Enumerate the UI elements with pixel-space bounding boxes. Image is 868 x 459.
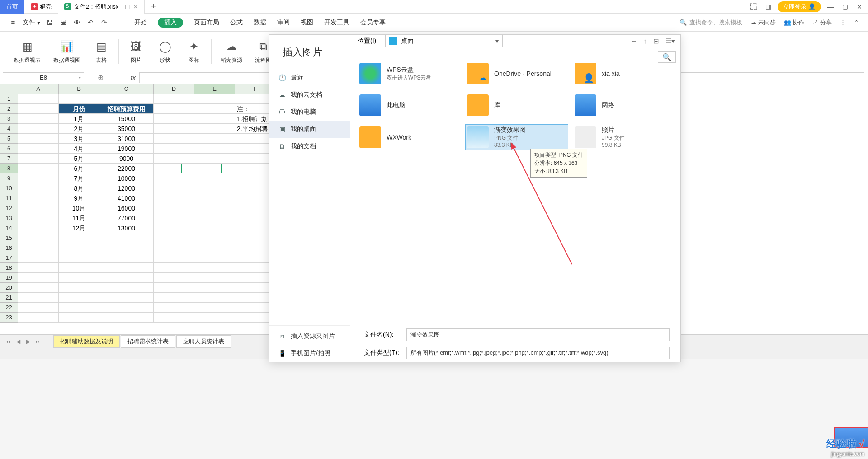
cell[interactable]	[18, 164, 59, 173]
cell[interactable]	[194, 203, 235, 213]
menu-review[interactable]: 审阅	[277, 19, 290, 27]
cell[interactable]	[194, 233, 235, 243]
col-header[interactable]: A	[18, 84, 59, 94]
row-header[interactable]: 16	[0, 243, 18, 253]
cell[interactable]	[59, 243, 99, 253]
menu-icon[interactable]: ≡	[9, 19, 17, 27]
file-this-pc[interactable]: 此电脑	[358, 93, 461, 118]
cell[interactable]	[18, 144, 59, 154]
row-header[interactable]: 21	[0, 293, 18, 303]
cell[interactable]	[154, 183, 194, 193]
cell[interactable]	[194, 313, 235, 323]
file-wps-cloud[interactable]: WPS云盘双击进入WPS云盘	[358, 61, 461, 86]
cell[interactable]: 9月	[59, 193, 99, 203]
row-header[interactable]: 10	[0, 183, 18, 193]
cell[interactable]	[154, 233, 194, 243]
cell[interactable]	[154, 313, 194, 323]
cell[interactable]	[59, 233, 99, 243]
sidebar-desktop[interactable]: ▣我的桌面	[269, 121, 350, 138]
cell[interactable]	[99, 313, 154, 323]
cell[interactable]: 1月	[59, 114, 99, 124]
cell[interactable]	[194, 213, 235, 223]
cell[interactable]: 4月	[59, 144, 99, 154]
tab-new[interactable]: +	[145, 2, 162, 11]
cell[interactable]: 7月	[59, 173, 99, 183]
cell[interactable]	[154, 193, 194, 203]
view-icon[interactable]: ☰▾	[665, 37, 675, 45]
cell[interactable]	[194, 193, 235, 203]
cell[interactable]	[18, 154, 59, 164]
filetype-input[interactable]	[406, 347, 670, 359]
cell[interactable]	[194, 104, 235, 114]
row-header[interactable]: 23	[0, 313, 18, 323]
row-header[interactable]: 17	[0, 253, 18, 263]
col-header[interactable]: E	[194, 84, 235, 94]
zoom-icon[interactable]: ⊕	[98, 73, 104, 82]
sheet-nav-first[interactable]: ⏮	[4, 338, 13, 345]
cell[interactable]	[194, 114, 235, 124]
file-xiaxia[interactable]: 👤 xia xia	[573, 61, 676, 86]
cell[interactable]	[194, 183, 235, 193]
sheet-nav-last[interactable]: ⏭	[33, 338, 42, 345]
more-icon[interactable]: ⋮	[840, 19, 846, 26]
sheet-tab-3[interactable]: 应聘人员统计表	[176, 335, 231, 348]
row-header[interactable]: 6	[0, 144, 18, 154]
menu-view[interactable]: 视图	[301, 19, 313, 27]
cell[interactable]: 8月	[59, 183, 99, 193]
cell[interactable]	[18, 124, 59, 134]
row-header[interactable]: 1	[0, 94, 18, 104]
cell[interactable]	[154, 243, 194, 253]
cell[interactable]: 9000	[99, 154, 154, 164]
cell[interactable]	[194, 154, 235, 164]
pivot-table-button[interactable]: ▦数据透视表	[7, 38, 47, 64]
cell[interactable]	[18, 213, 59, 223]
cell[interactable]	[194, 293, 235, 303]
menu-dev[interactable]: 开发工具	[324, 19, 349, 27]
collab-button[interactable]: 👥 协作	[784, 19, 805, 27]
cell[interactable]	[194, 94, 235, 104]
cell[interactable]	[154, 134, 194, 144]
cell[interactable]	[18, 283, 59, 293]
sheet-tab-1[interactable]: 招聘辅助数据及说明	[53, 335, 120, 348]
file-wxwork[interactable]: WXWork	[358, 124, 461, 150]
sheet-tab-2[interactable]: 招聘需求统计表	[121, 335, 175, 348]
cell[interactable]	[99, 94, 154, 104]
row-header[interactable]: 11	[0, 193, 18, 203]
cell[interactable]: 6月	[59, 164, 99, 173]
cell[interactable]	[59, 303, 99, 313]
cell[interactable]	[99, 293, 154, 303]
row-header[interactable]: 8	[0, 164, 18, 173]
cell[interactable]	[99, 233, 154, 243]
cell[interactable]	[99, 243, 154, 253]
login-button[interactable]: 立即登录 👤	[778, 1, 821, 12]
tab-docer[interactable]: ✦ 稻壳	[24, 0, 58, 14]
col-header[interactable]: D	[154, 84, 194, 94]
row-header[interactable]: 7	[0, 154, 18, 164]
cell[interactable]	[59, 283, 99, 293]
location-select[interactable]: 桌面	[385, 35, 503, 47]
cell[interactable]: 10月	[59, 203, 99, 213]
cell[interactable]	[154, 173, 194, 183]
cell[interactable]	[99, 283, 154, 293]
cell[interactable]	[99, 303, 154, 313]
close-icon[interactable]: ✕	[854, 2, 864, 12]
picture-button[interactable]: 🖼图片	[122, 38, 151, 64]
file-photo[interactable]: 照片JPG 文件99.8 KB	[573, 124, 676, 150]
tab-file[interactable]: 文件2：招聘.xlsx ◫ ✕	[58, 0, 145, 14]
up-icon[interactable]: ↑	[644, 37, 647, 45]
cell[interactable]	[18, 233, 59, 243]
cell[interactable]: 22000	[99, 164, 154, 173]
sidebar-phone[interactable]: 📱手机图片/拍照	[269, 345, 350, 362]
cell[interactable]	[154, 104, 194, 114]
menu-formula[interactable]: 公式	[230, 19, 243, 27]
sidebar-docs[interactable]: 🗎我的文档	[269, 138, 350, 155]
cell[interactable]	[18, 303, 59, 313]
cell[interactable]	[18, 253, 59, 263]
cell[interactable]: 12000	[99, 183, 154, 193]
cell[interactable]	[154, 223, 194, 233]
cell[interactable]	[154, 283, 194, 293]
maximize-icon[interactable]: ▢	[840, 2, 850, 12]
name-box[interactable]: E8	[3, 72, 84, 83]
cell[interactable]	[18, 293, 59, 303]
dialog-search-icon[interactable]: 🔍	[658, 51, 676, 63]
